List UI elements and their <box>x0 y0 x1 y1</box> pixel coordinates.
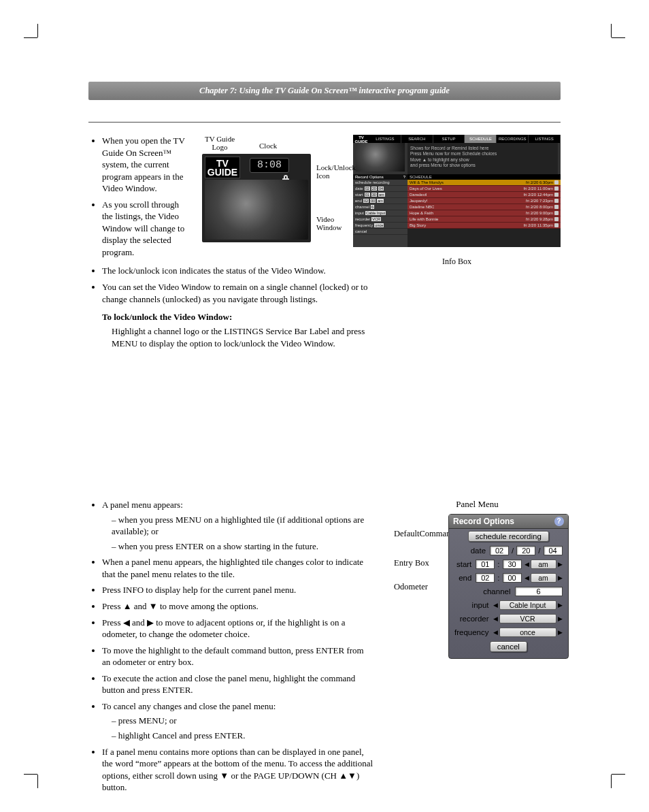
panel-mini-row[interactable]: channel6 <box>353 204 407 210</box>
chevron-left-icon[interactable]: ◀ <box>493 615 498 622</box>
end-ampm-odometer[interactable]: ◀am▶ <box>525 573 563 583</box>
body-sub-bullet: highlight Cancel and press ENTER. <box>112 730 374 742</box>
tab-schedule[interactable]: SCHEDULE <box>465 135 497 143</box>
info-line: and press Menu for show options <box>410 163 555 168</box>
reminder-icon <box>554 205 559 209</box>
panel-mini-row[interactable]: date022004 <box>353 186 407 192</box>
panel-menu-label: Panel Menu <box>394 499 561 510</box>
schedule-recording-button[interactable]: schedule recording <box>468 531 549 542</box>
callout-entry-box: Entry Box <box>394 558 448 568</box>
chevron-right-icon[interactable]: ▶ <box>558 615 563 622</box>
reminder-icon <box>554 180 559 184</box>
channel-entry[interactable]: 6 <box>515 587 563 596</box>
body-bullet: A panel menu appears: when you press MEN… <box>102 499 374 552</box>
body-bullet: When you open the TV Guide On Screen™ sy… <box>102 135 197 195</box>
end-min-entry[interactable]: 00 <box>503 573 522 583</box>
help-icon[interactable]: ? <box>554 517 564 526</box>
info-box-callout-label: Info Box <box>353 257 561 267</box>
video-window: TVGUIDE 8:08 <box>202 154 311 242</box>
clock-display: 8:08 <box>250 158 289 173</box>
reminder-icon <box>554 199 559 203</box>
tab-recordings[interactable]: RECORDINGS <box>497 135 529 143</box>
panel-mini-row[interactable]: cancel <box>353 229 407 235</box>
callout-clock: Clock <box>259 142 277 150</box>
frequency-label: frequency <box>454 628 489 636</box>
date-year-entry[interactable]: 04 <box>544 546 563 555</box>
end-hour-entry[interactable]: 02 <box>476 573 495 583</box>
info-box: Shows for Record or Remind listed here P… <box>407 143 558 177</box>
frequency-odometer[interactable]: ◀once▶ <box>493 628 563 637</box>
tab-listings[interactable]: LISTINGS <box>369 135 401 143</box>
record-options-panel: Record Options ? schedule recording date… <box>448 514 569 659</box>
reminder-icon <box>554 217 559 221</box>
chevron-left-icon[interactable]: ◀ <box>525 574 529 581</box>
chevron-right-icon[interactable]: ▶ <box>558 629 563 636</box>
body-sub-bullet: when you press MENU on a highlighted til… <box>112 514 374 538</box>
input-odometer[interactable]: ◀Cable Input▶ <box>493 600 563 610</box>
chevron-left-icon[interactable]: ◀ <box>493 629 498 636</box>
schedule-row[interactable]: Jeopardy!fri 2/20 7:23pm <box>407 198 561 204</box>
schedule-row[interactable]: Big Storyfri 2/20 11:35pm <box>407 223 561 229</box>
panel-mini-row[interactable]: start0130am <box>353 192 407 198</box>
reminder-icon <box>554 223 559 227</box>
callout-lock-icon: Lock/UnlockIcon <box>316 163 356 180</box>
input-label: input <box>472 601 489 609</box>
callout-default-command: DefaultCommandButton <box>394 529 448 539</box>
body-bullet: If a panel menu contains more options th… <box>102 746 374 794</box>
tab-search[interactable]: SEARCH <box>401 135 433 143</box>
crop-mark <box>27 764 48 785</box>
start-ampm-odometer[interactable]: ◀am▶ <box>525 559 563 569</box>
video-window-figure: TV GuideLogo Clock Lock/UnlockIcon Video… <box>195 135 345 250</box>
schedule-row[interactable]: Hope & Faithfri 2/20 9:00pm <box>407 210 561 216</box>
recorder-odometer[interactable]: ◀VCR▶ <box>493 614 563 623</box>
panel-mini-row[interactable]: frequencyonce <box>353 223 407 229</box>
help-icon[interactable]: ? <box>403 175 405 179</box>
body-sub-bullet: press MENU; or <box>112 715 374 727</box>
panel-mini-row[interactable]: inputCable Input <box>353 210 407 216</box>
channel-label: channel <box>483 587 510 596</box>
callout-video-window: VideoWindow <box>316 215 342 231</box>
schedule-row[interactable]: Life with Bonniefri 2/20 9:28pm <box>407 216 561 223</box>
callout-odometer: Odometer <box>394 582 448 592</box>
panel-mini-row[interactable]: recorderVCR <box>353 216 407 223</box>
info-line: Move ▲ to highlight any show <box>410 157 555 163</box>
chevron-left-icon[interactable]: ◀ <box>493 602 498 608</box>
chevron-right-icon[interactable]: ▶ <box>558 602 563 608</box>
panel-mini-header: Record Options <box>355 175 384 179</box>
reminder-icon <box>554 186 559 191</box>
schedule-row[interactable]: Daredevilfri 2/20 12:44pm <box>407 192 561 198</box>
chevron-right-icon[interactable]: ▶ <box>558 574 563 581</box>
body-bullet: You can set the Video Window to remain o… <box>102 281 388 305</box>
panel-menu-figure: Panel Menu DefaultCommandButton Entry Bo… <box>394 499 561 659</box>
crop-mark <box>27 27 48 48</box>
date-day-entry[interactable]: 20 <box>516 546 535 555</box>
schedule-screenshot-figure: TVGUIDE LISTINGS SEARCH SETUP SCHEDULE R… <box>353 135 561 267</box>
reminder-icon <box>554 211 559 215</box>
panel-mini-row[interactable]: schedule recording <box>353 180 407 186</box>
date-month-entry[interactable]: 02 <box>490 546 509 555</box>
tvguide-mini-logo: TVGUIDE <box>353 135 369 143</box>
body-sub-bullet: when you press ENTER on a show starting … <box>112 540 374 553</box>
tvguide-logo: TVGUIDE <box>205 157 240 178</box>
schedule-row[interactable]: Will & The Mondysfri 2/20 6:30pm <box>407 180 561 186</box>
body-bullet: When a panel menu appears, the highlight… <box>102 556 374 580</box>
tab-setup[interactable]: SETUP <box>433 135 465 143</box>
chevron-left-icon[interactable]: ◀ <box>525 561 529 568</box>
schedule-row[interactable]: Days of Our Livesfri 2/20 11:00am <box>407 186 561 192</box>
video-content <box>205 180 308 240</box>
start-min-entry[interactable]: 30 <box>503 559 522 569</box>
panel-mini-row[interactable]: end0200am <box>353 198 407 204</box>
schedule-row[interactable]: Dateline NBCfri 2/20 8:00pm <box>407 204 561 210</box>
schedule-list-header: SCHEDULE <box>407 174 561 180</box>
panel-header-text: Record Options <box>453 517 514 526</box>
start-hour-entry[interactable]: 01 <box>476 559 495 569</box>
cancel-button[interactable]: cancel <box>490 641 527 652</box>
record-options-panel-mini: Record Options? schedule recordingdate02… <box>353 174 407 247</box>
recorder-label: recorder <box>460 615 489 623</box>
chevron-right-icon[interactable]: ▶ <box>558 561 563 568</box>
divider <box>88 122 561 123</box>
start-label: start <box>456 560 471 568</box>
date-label: date <box>471 547 486 555</box>
tab-listings-2[interactable]: LISTINGS <box>529 135 561 143</box>
body-bullet: Press INFO to display help for the curre… <box>102 584 374 596</box>
